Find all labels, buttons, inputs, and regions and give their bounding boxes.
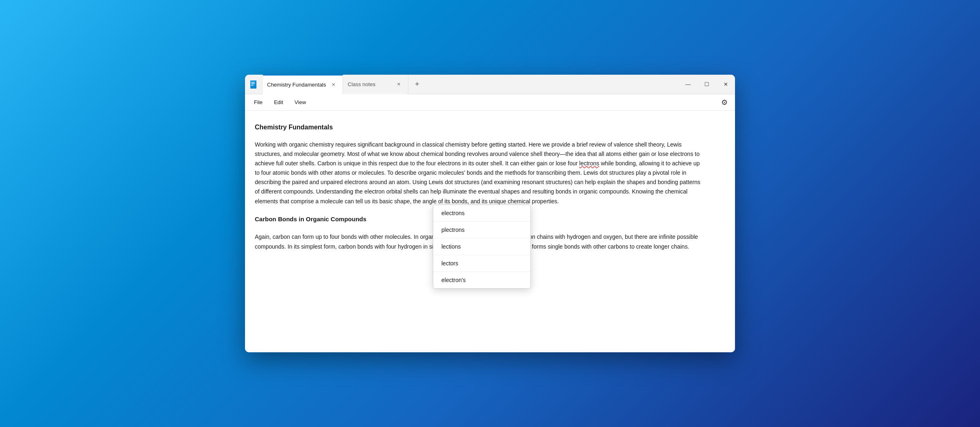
menu-view[interactable]: View (289, 98, 312, 107)
titlebar: Chemistry Fundamentals ✕ Class notes ✕ +… (245, 75, 735, 94)
paragraph-1: Working with organic chemistry requires … (255, 140, 704, 206)
autocomplete-item-plectrons[interactable]: plectrons (433, 222, 530, 238)
svg-rect-3 (251, 83, 255, 84)
tab-active-label: Chemistry Fundamentals (267, 82, 326, 88)
menubar: File Edit View ⚙ (245, 94, 735, 111)
window-controls: — ☐ ✕ (679, 75, 735, 94)
main-window: Chemistry Fundamentals ✕ Class notes ✕ +… (245, 75, 735, 352)
minimize-button[interactable]: — (679, 78, 697, 91)
svg-rect-4 (251, 85, 254, 86)
misspelled-word: lectrons (579, 160, 599, 167)
menu-edit[interactable]: Edit (268, 98, 289, 107)
tab-inactive-label: Class notes (348, 81, 392, 87)
close-button[interactable]: ✕ (716, 78, 735, 91)
autocomplete-item-electrons-possessive[interactable]: electron's (433, 272, 530, 288)
menu-file[interactable]: File (248, 98, 268, 107)
autocomplete-dropdown: electrons plectrons lections lectors ele… (433, 205, 531, 289)
autocomplete-item-lectors[interactable]: lectors (433, 255, 530, 272)
app-icon (245, 75, 263, 94)
content-area[interactable]: Chemistry Fundamentals Working with orga… (245, 111, 735, 352)
autocomplete-item-electrons[interactable]: electrons (433, 205, 530, 222)
svg-rect-1 (250, 80, 256, 89)
maximize-button[interactable]: ☐ (697, 78, 716, 91)
tab-chemistry-fundamentals[interactable]: Chemistry Fundamentals ✕ (263, 75, 343, 94)
tab-class-notes[interactable]: Class notes ✕ (343, 75, 408, 94)
new-tab-button[interactable]: + (410, 77, 425, 92)
tab-active-close-button[interactable]: ✕ (330, 81, 338, 89)
settings-button[interactable]: ⚙ (717, 95, 732, 110)
autocomplete-item-lections[interactable]: lections (433, 238, 530, 255)
notepad-icon (249, 80, 259, 89)
tab-inactive-close-button[interactable]: ✕ (395, 80, 403, 89)
document-title: Chemistry Fundamentals (255, 124, 715, 131)
gear-icon: ⚙ (721, 98, 728, 107)
svg-rect-2 (251, 82, 255, 83)
